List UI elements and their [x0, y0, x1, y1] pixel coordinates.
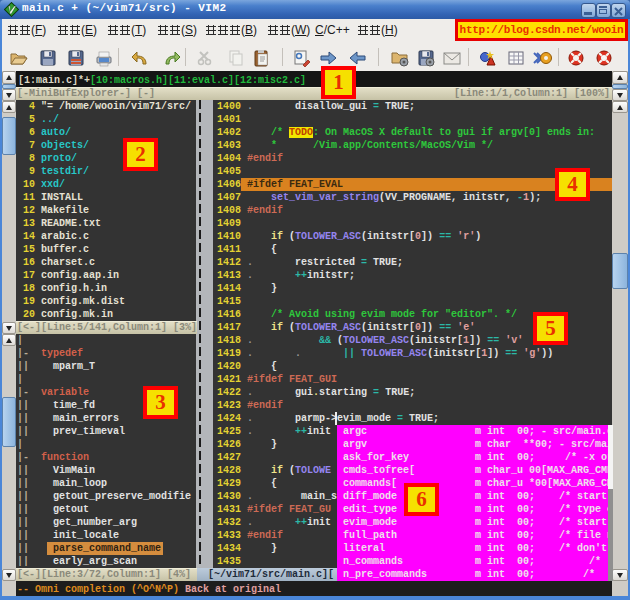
svg-text:?: ?: [601, 54, 606, 63]
